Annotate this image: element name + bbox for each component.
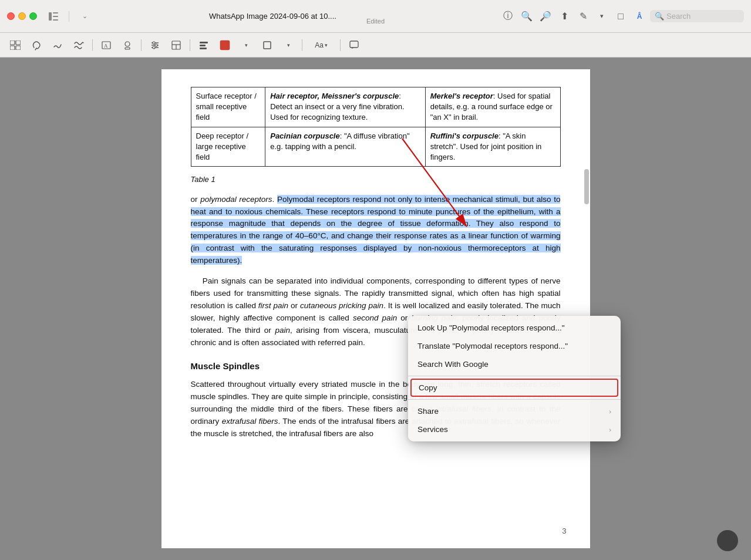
document-page: Surface receptor / small receptive field… xyxy=(161,69,590,548)
svg-point-17 xyxy=(153,46,155,49)
traffic-lights xyxy=(7,12,37,20)
view-toggle-btn[interactable] xyxy=(6,37,25,53)
multiline-icon[interactable] xyxy=(69,37,88,53)
fill-color-btn[interactable] xyxy=(215,37,234,53)
border-expand-icon[interactable]: ▾ xyxy=(279,37,298,53)
page-number: 3 xyxy=(562,525,566,537)
svg-rect-23 xyxy=(200,48,207,49)
svg-rect-25 xyxy=(264,42,271,49)
search-placeholder: Search xyxy=(666,12,691,21)
minimize-button[interactable] xyxy=(18,12,26,20)
pen-icon[interactable]: ✎ xyxy=(575,8,591,25)
zoom-in-icon[interactable]: 🔎 xyxy=(537,8,554,25)
sidebar-toggle-button[interactable] xyxy=(45,10,62,23)
context-menu-search-google[interactable]: Search With Google xyxy=(408,355,621,373)
close-button[interactable] xyxy=(7,12,15,20)
svg-rect-5 xyxy=(16,41,21,45)
selected-text: Polymodal receptors respond not only to … xyxy=(191,195,561,265)
table-cell: Ruffini's corpuscle: "A skin stretch". U… xyxy=(425,127,560,167)
info-icon[interactable]: ⓘ xyxy=(500,8,516,25)
font-size-btn[interactable]: Aa ▾ xyxy=(307,37,336,53)
search-google-label: Search With Google xyxy=(417,360,489,369)
context-menu-share[interactable]: Share › xyxy=(408,402,621,420)
search-icon: 🔍 xyxy=(655,12,664,21)
table-cell: Merkel's receptor: Used for spatial deta… xyxy=(425,87,560,127)
content-table: Surface receptor / small receptive field… xyxy=(191,87,561,167)
context-menu-services[interactable]: Services › xyxy=(408,420,621,438)
pen-expand-icon[interactable]: ▾ xyxy=(594,8,610,25)
svg-rect-1 xyxy=(53,12,58,14)
scroll-to-bottom-btn[interactable] xyxy=(717,530,738,551)
svg-rect-4 xyxy=(10,41,15,45)
lasso-icon[interactable] xyxy=(27,37,46,53)
translate-label: Translate "Polymodal receptors respond..… xyxy=(417,342,568,350)
zoom-out-icon[interactable]: 🔍 xyxy=(518,8,535,25)
layout-icon[interactable] xyxy=(167,37,186,53)
table-row: Deep receptor / large receptive field Pa… xyxy=(191,127,560,167)
titlebar-actions: ⓘ 🔍 🔎 ⬆ ✎ ▾ □ Â 🔍 Search xyxy=(500,8,744,25)
svg-rect-7 xyxy=(16,46,21,50)
table-cell: Surface receptor / small receptive field xyxy=(191,87,265,127)
document-title: WhatsApp Image 2024-09-06 at 10.... xyxy=(209,12,336,21)
svg-point-10 xyxy=(125,42,130,46)
services-label: Services xyxy=(417,425,448,434)
scroll-indicator[interactable] xyxy=(584,169,589,204)
svg-rect-26 xyxy=(350,41,358,48)
chevron-right-icon: › xyxy=(609,408,611,415)
align-icon[interactable] xyxy=(194,37,213,53)
fullscreen-button[interactable] xyxy=(29,12,37,20)
stamp-icon[interactable] xyxy=(118,37,137,53)
copy-label: Copy xyxy=(419,383,437,392)
svg-rect-11 xyxy=(125,48,130,49)
toolbar: A xyxy=(0,33,751,58)
svg-rect-2 xyxy=(53,16,58,17)
chevron-down-icon[interactable]: ⌄ xyxy=(76,8,93,25)
context-menu-copy[interactable]: Copy xyxy=(410,379,618,397)
lookup-label: Look Up "Polymodal receptors respond..." xyxy=(417,323,564,332)
context-menu: Look Up "Polymodal receptors respond..."… xyxy=(408,316,621,441)
adjust-icon[interactable] xyxy=(146,37,164,53)
table-cell: Hair receptor, Meissner's corpuscle: Det… xyxy=(265,87,425,127)
context-menu-translate[interactable]: Translate "Polymodal receptors respond..… xyxy=(408,337,621,355)
table-label: Table 1 xyxy=(191,174,561,185)
table-cell: Pacinian corpuscle: "A diffuse vibration… xyxy=(265,127,425,167)
crop-icon[interactable]: □ xyxy=(612,8,629,25)
svg-point-15 xyxy=(153,42,155,44)
svg-point-16 xyxy=(155,44,157,46)
svg-rect-3 xyxy=(53,19,58,21)
chevron-right-icon-2: › xyxy=(609,426,611,433)
comment-icon[interactable] xyxy=(345,37,363,53)
search-box[interactable]: 🔍 Search xyxy=(650,10,744,22)
table-row: Surface receptor / small receptive field… xyxy=(191,87,560,127)
svg-rect-0 xyxy=(49,12,52,21)
main-area: Surface receptor / small receptive field… xyxy=(0,58,751,560)
menu-separator-2 xyxy=(408,399,621,400)
svg-rect-22 xyxy=(200,45,206,46)
table-cell: Deep receptor / large receptive field xyxy=(191,127,265,167)
signature-icon[interactable] xyxy=(48,37,67,53)
svg-rect-24 xyxy=(220,41,230,50)
context-menu-lookup[interactable]: Look Up "Polymodal receptors respond..." xyxy=(408,319,621,337)
titlebar: ⌄ WhatsApp Image 2024-09-06 at 10.... Ed… xyxy=(0,0,751,33)
paragraph-1: or polymodal receptors. Polymodal recept… xyxy=(191,194,561,268)
menu-separator xyxy=(408,376,621,376)
svg-text:A: A xyxy=(104,43,108,49)
share-label: Share xyxy=(417,407,439,416)
border-icon[interactable] xyxy=(258,37,277,53)
svg-rect-6 xyxy=(10,46,15,50)
share-icon[interactable]: ⬆ xyxy=(556,8,572,25)
svg-rect-21 xyxy=(200,42,208,43)
text-box-icon[interactable]: A xyxy=(97,37,116,53)
markup-icon[interactable]: Â xyxy=(631,8,648,25)
document-subtitle: Edited xyxy=(366,18,385,25)
fill-expand-icon[interactable]: ▾ xyxy=(237,37,255,53)
